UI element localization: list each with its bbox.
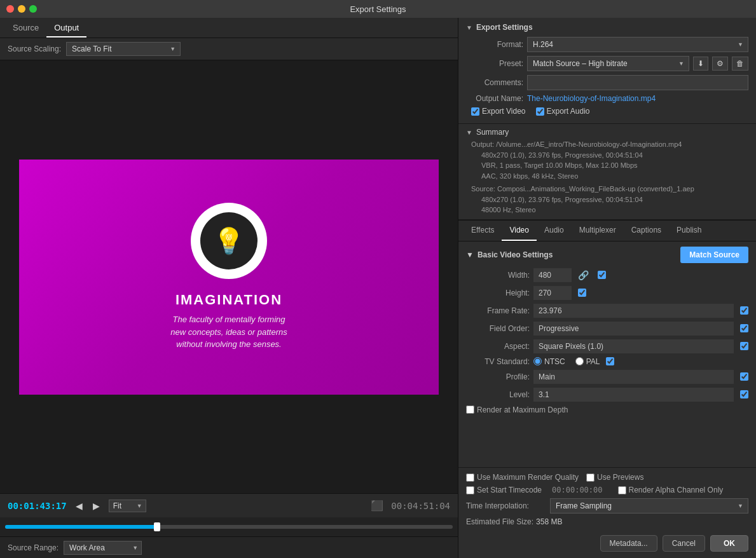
format-select-wrapper[interactable]: H.264 H.265 QuickTime	[527, 37, 748, 52]
field-order-label: Field Order:	[466, 324, 530, 333]
max-render-quality-input[interactable]	[466, 473, 474, 482]
tab-multiplexer[interactable]: Multiplexer	[572, 221, 624, 241]
timeline-progress	[5, 525, 157, 529]
height-checkbox[interactable]	[578, 289, 586, 297]
profile-input[interactable]	[533, 370, 734, 384]
tab-publish[interactable]: Publish	[669, 221, 709, 241]
file-size-row: Estimated File Size: 358 MB	[466, 517, 748, 526]
summary-source-line1: Source: Composi...Animations_Working_Fil…	[471, 184, 748, 194]
render-depth-label: Render at Maximum Depth	[477, 405, 568, 414]
export-audio-checkbox[interactable]: Export Audio	[536, 107, 590, 116]
export-settings-label: Export Settings	[476, 23, 533, 32]
tv-standard-checkbox[interactable]	[606, 357, 614, 365]
import-preset-button[interactable]: ⚙	[712, 57, 728, 71]
left-panel: Source Output Source Scaling: Scale To F…	[0, 18, 458, 558]
summary-text: Output: /Volume...er/AE_intro/The-Neurob…	[466, 139, 748, 215]
preset-select-wrapper[interactable]: Match Source – High bitrate Match Source…	[527, 56, 689, 71]
save-preset-button[interactable]: ⬇	[693, 57, 708, 71]
export-video-checkbox[interactable]: Export Video	[471, 107, 526, 116]
level-input[interactable]	[533, 388, 734, 402]
pal-label: PAL	[586, 357, 600, 366]
source-scaling-select-wrapper[interactable]: Scale To Fit Scale To Fill Stretch To Fi…	[66, 42, 181, 56]
tab-captions[interactable]: Captions	[624, 221, 669, 241]
tab-effects[interactable]: Effects	[464, 221, 502, 241]
timeline-track[interactable]	[5, 525, 453, 529]
minimize-button[interactable]	[18, 5, 25, 13]
width-input[interactable]	[533, 268, 572, 282]
time-interpolation-select[interactable]: Frame Sampling Frame Blending Optical Fl…	[550, 498, 748, 514]
close-button[interactable]	[6, 5, 14, 13]
ntsc-radio[interactable]: NTSC	[533, 357, 565, 366]
play-prev-button[interactable]: ◀	[74, 500, 84, 512]
export-audio-input[interactable]	[536, 107, 544, 116]
export-icon[interactable]: ⬛	[371, 500, 383, 512]
height-input[interactable]	[533, 286, 572, 300]
source-range-label: Source Range:	[8, 543, 58, 552]
ok-button[interactable]: OK	[710, 535, 748, 552]
timeline-area[interactable]	[0, 517, 458, 536]
transport-bar: 00:01:43:17 ◀ ▶ Fit 100% 50% 25% ⬛ 00:04…	[0, 493, 458, 517]
pal-radio-input[interactable]	[575, 357, 584, 365]
render-depth-input[interactable]	[466, 405, 474, 414]
window-controls[interactable]	[6, 5, 37, 13]
action-buttons: Metadata... Cancel OK	[466, 531, 748, 553]
export-settings-toggle[interactable]: ▼	[466, 24, 472, 31]
time-interpolation-select-wrapper[interactable]: Frame Sampling Frame Blending Optical Fl…	[550, 498, 748, 514]
timeline-handle[interactable]	[154, 522, 160, 531]
source-scaling-select[interactable]: Scale To Fit Scale To Fill Stretch To Fi…	[66, 42, 181, 56]
maximize-button[interactable]	[29, 5, 37, 13]
source-range-select-wrapper[interactable]: Work Area Entire Sequence Custom Range	[64, 541, 142, 555]
aspect-checkbox[interactable]	[740, 342, 748, 350]
play-next-button[interactable]: ▶	[92, 500, 101, 512]
tab-audio[interactable]: Audio	[537, 221, 572, 241]
set-start-timecode-label: Set Start Timecode	[477, 486, 542, 494]
render-alpha-input[interactable]	[618, 486, 626, 494]
tab-video[interactable]: Video	[502, 221, 536, 241]
metadata-button[interactable]: Metadata...	[600, 535, 657, 552]
level-label: Level:	[466, 390, 530, 399]
profile-label: Profile:	[466, 372, 530, 381]
frame-rate-input[interactable]	[533, 304, 734, 318]
export-checkboxes-row: Export Video Export Audio	[466, 107, 748, 116]
comments-input[interactable]	[527, 75, 748, 90]
profile-checkbox[interactable]	[740, 372, 748, 381]
aspect-input[interactable]	[533, 339, 734, 353]
field-order-input[interactable]	[533, 322, 734, 336]
height-row: Height:	[466, 286, 748, 300]
fit-select[interactable]: Fit 100% 50% 25%	[109, 500, 146, 512]
render-alpha-checkbox[interactable]: Render Alpha Channel Only	[618, 486, 724, 494]
set-start-timecode-input[interactable]	[466, 486, 474, 494]
export-video-input[interactable]	[471, 107, 479, 116]
width-checkbox[interactable]	[598, 271, 606, 279]
frame-rate-checkbox[interactable]	[740, 306, 748, 315]
preset-select[interactable]: Match Source – High bitrate Match Source…	[527, 56, 689, 71]
ntsc-radio-input[interactable]	[533, 357, 542, 365]
basic-video-toggle[interactable]: ▼	[466, 250, 474, 259]
source-range-select[interactable]: Work Area Entire Sequence Custom Range	[64, 541, 142, 555]
use-previews-input[interactable]	[586, 473, 594, 482]
match-source-button[interactable]: Match Source	[680, 247, 748, 263]
width-label: Width:	[466, 271, 530, 280]
delete-preset-button[interactable]: 🗑	[732, 57, 748, 71]
render-depth-row: Render at Maximum Depth	[466, 405, 748, 414]
tab-source[interactable]: Source	[5, 19, 46, 37]
tab-output[interactable]: Output	[46, 19, 86, 37]
field-order-checkbox[interactable]	[740, 324, 748, 332]
max-render-quality-checkbox[interactable]: Use Maximum Render Quality	[466, 473, 579, 482]
time-interpolation-row: Time Interpolation: Frame Sampling Frame…	[466, 498, 748, 514]
format-label: Format:	[466, 40, 523, 49]
render-depth-checkbox[interactable]: Render at Maximum Depth	[466, 405, 568, 414]
cancel-button[interactable]: Cancel	[663, 535, 705, 552]
set-start-timecode-checkbox[interactable]: Set Start Timecode	[466, 486, 542, 494]
max-render-quality-label: Use Maximum Render Quality	[477, 473, 579, 482]
output-name-link[interactable]: The-Neurobiology-of-Imagination.mp4	[527, 94, 748, 103]
lightbulb-inner: 💡	[200, 212, 258, 269]
pal-radio[interactable]: PAL	[575, 357, 600, 366]
level-checkbox[interactable]	[740, 390, 748, 398]
use-previews-checkbox[interactable]: Use Previews	[586, 473, 643, 482]
summary-toggle[interactable]: ▼	[466, 129, 472, 136]
fit-select-wrapper[interactable]: Fit 100% 50% 25%	[109, 500, 146, 512]
bottom-settings: Use Maximum Render Quality Use Previews …	[458, 467, 756, 558]
format-select[interactable]: H.264 H.265 QuickTime	[527, 37, 748, 52]
source-range-bar: Source Range: Work Area Entire Sequence …	[0, 536, 458, 558]
